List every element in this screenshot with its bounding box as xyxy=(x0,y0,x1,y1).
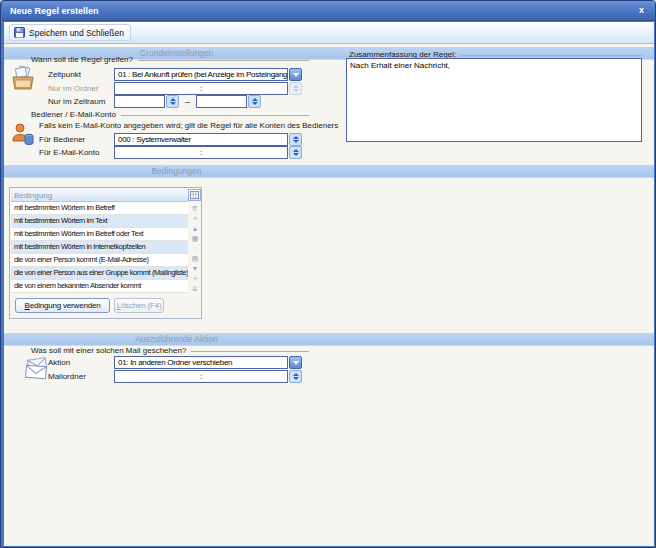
inbox-icon xyxy=(11,65,35,91)
dialog-content: Grundeinstellungen Wann soll die Regel g… xyxy=(4,44,654,546)
zeitpunkt-label: Zeitpunkt xyxy=(48,70,81,79)
use-condition-button[interactable]: Bedingung verwenden (Ret) xyxy=(15,298,110,313)
window-title: Neue Regel erstellen xyxy=(10,6,99,16)
zeitpunkt-field[interactable]: 01 : Bei Ankunft prüfen (bei Anzeige im … xyxy=(114,68,288,81)
arrow-down-icon xyxy=(293,153,299,156)
aktion-field[interactable]: 01: In anderen Ordner verschieben xyxy=(114,356,288,369)
conditions-list-header: Bedingung xyxy=(11,189,188,202)
section-bedingungen: Bedingungen xyxy=(4,165,654,178)
zeitraum-von-spinner[interactable] xyxy=(166,95,179,108)
page-up-icon[interactable]: ▲ xyxy=(192,225,199,232)
save-icon xyxy=(14,27,25,38)
save-and-close-button[interactable]: Speichern und Schließen xyxy=(9,24,131,41)
chevron-down-icon xyxy=(293,361,299,365)
mailordner-label: Mailordner xyxy=(48,372,86,381)
group-bediener: Bediener / E-Mail-Konto xyxy=(31,110,309,119)
zeitraum-bis-field[interactable] xyxy=(196,95,247,108)
fuer-bediener-field[interactable]: 000 : Systemverwalter xyxy=(114,133,288,146)
save-and-close-label: Speichern und Schließen xyxy=(29,28,124,38)
title-bar: Neue Regel erstellen x xyxy=(2,1,656,21)
arrow-down-icon xyxy=(252,102,258,105)
aktion-label: Aktion xyxy=(48,358,70,367)
arrow-down-icon xyxy=(293,89,299,92)
summary-box: Nach Erhalt einer Nachricht, xyxy=(346,58,642,142)
nur-im-zeitraum-label: Nur im Zeitraum xyxy=(48,97,105,106)
delete-condition-button[interactable]: Löschen (F4) xyxy=(114,298,164,313)
divider-line xyxy=(191,351,309,352)
divider-line xyxy=(138,60,309,61)
mailordner-field[interactable]: : xyxy=(114,370,288,383)
grid-icon[interactable]: ▦ xyxy=(192,235,199,242)
dialog-window: Neue Regel erstellen x Speichern und Sch… xyxy=(0,0,656,548)
goto-first-icon[interactable]: ⇈ xyxy=(192,205,198,212)
bediener-hinweis: Falls kein E-Mail-Konto angegeben wird; … xyxy=(39,121,338,130)
divider-line xyxy=(121,115,309,116)
condition-row[interactable]: mit bestimmten Wörtern im Text xyxy=(11,215,188,228)
goto-last-icon[interactable]: ⇊ xyxy=(192,285,198,292)
conditions-groupbox: Bedingung ⇈ + ▲ ▦ ◌ ▤ ▼ + ⇊ mit bestimmt… xyxy=(9,187,202,319)
arrow-up-icon xyxy=(293,136,299,139)
group-aktion-frage: Was soll mit einer solchen Mail geschehe… xyxy=(31,346,309,355)
user-account-icon xyxy=(11,122,35,148)
condition-row[interactable]: die von einem bekannten Absender kommt xyxy=(11,280,188,293)
zeitpunkt-dropdown-button[interactable] xyxy=(289,68,302,81)
section-bedingungen-label: Bedingungen xyxy=(4,165,349,178)
condition-row[interactable]: mit bestimmten Wörtern im Betreff oder T… xyxy=(11,228,188,241)
fuer-bediener-spinner[interactable] xyxy=(289,133,302,146)
arrow-up-icon xyxy=(293,85,299,88)
aktion-dropdown-button[interactable] xyxy=(289,356,302,369)
add-icon[interactable]: + xyxy=(193,275,197,282)
zeitraum-von-field[interactable] xyxy=(114,95,165,108)
arrow-up-icon xyxy=(170,98,176,101)
zeitraum-bis-spinner[interactable] xyxy=(248,95,261,108)
zeitraum-dash: – xyxy=(185,97,190,107)
fuer-konto-label: Für E-Mail-Konto xyxy=(39,148,99,157)
fuer-bediener-label: Für Bediener xyxy=(39,135,85,144)
group-wann-regel-label: Wann soll die Regel greifen? xyxy=(31,55,133,64)
section-aktion: Auszuführende Aktion xyxy=(4,333,654,346)
list-nav-toolbar: ⇈ + ▲ ▦ ◌ ▤ ▼ + ⇊ xyxy=(189,205,201,292)
toolbar: Speichern und Schließen xyxy=(4,22,654,44)
arrow-up-icon xyxy=(293,373,299,376)
condition-row[interactable]: mit bestimmten Wörtern in Internetkopfze… xyxy=(11,241,188,254)
arrow-down-icon xyxy=(293,377,299,380)
nur-im-ordner-label: Nur im Ordner xyxy=(48,84,99,93)
arrow-up-icon xyxy=(293,149,299,152)
nur-im-ordner-spinner xyxy=(289,82,302,95)
group-wann-regel: Wann soll die Regel greifen? xyxy=(31,55,309,64)
mailordner-spinner[interactable] xyxy=(289,370,302,383)
arrow-down-icon xyxy=(293,140,299,143)
search-icon[interactable]: ◌ xyxy=(193,245,197,252)
fuer-konto-field[interactable]: : xyxy=(114,146,288,159)
add-icon[interactable]: + xyxy=(193,215,197,222)
divider-line xyxy=(461,55,642,56)
page-down-icon[interactable]: ▼ xyxy=(192,265,199,272)
group-aktion-frage-label: Was soll mit einer solchen Mail geschehe… xyxy=(31,346,186,355)
section-aktion-label: Auszuführende Aktion xyxy=(4,333,349,346)
condition-row[interactable]: die von einer Person aus einer Gruppe ko… xyxy=(11,267,188,280)
group-bediener-label: Bediener / E-Mail-Konto xyxy=(31,110,116,119)
list-icon[interactable]: ▤ xyxy=(192,255,199,262)
condition-row[interactable]: mit bestimmten Wörtern im Betreff xyxy=(11,202,188,215)
table-view-icon[interactable] xyxy=(188,189,201,201)
nur-im-ordner-field[interactable]: : xyxy=(114,82,288,95)
arrow-down-icon xyxy=(170,102,176,105)
chevron-down-icon xyxy=(293,73,299,77)
fuer-konto-spinner[interactable] xyxy=(289,146,302,159)
arrow-up-icon xyxy=(252,98,258,101)
close-icon[interactable]: x xyxy=(639,1,644,21)
condition-row[interactable]: die von einer Person kommt (E-Mail-Adres… xyxy=(11,254,188,267)
